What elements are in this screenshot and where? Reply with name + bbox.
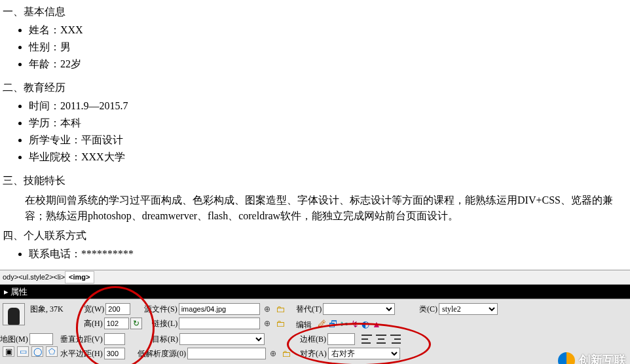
width-field: 宽(W) xyxy=(84,303,130,315)
lowsrc-input[interactable] xyxy=(187,348,266,359)
section-heading-contact: 四、个人联系方式 xyxy=(3,228,630,244)
optimize-icon[interactable]: 🗗 xyxy=(329,318,338,331)
src-field: 源文件(S) ⊕ 🗀 xyxy=(144,303,286,315)
width-label: 宽(W) xyxy=(84,303,104,315)
point-to-file-icon[interactable]: ⊕ xyxy=(261,318,273,329)
map-field: 地图(M) xyxy=(0,333,53,345)
list-item: 联系电话：********** xyxy=(29,246,630,262)
target-select[interactable] xyxy=(179,333,265,345)
image-info-label: 图象, 37K xyxy=(30,303,64,315)
vspace-label: 垂直边距(V) xyxy=(60,333,103,345)
height-input[interactable] xyxy=(104,318,129,329)
src-input[interactable] xyxy=(179,303,260,315)
vspace-field: 垂直边距(V) xyxy=(60,333,125,345)
sharpen-icon[interactable]: ▲ xyxy=(372,318,381,331)
rect-hotspot-icon[interactable]: ▭ xyxy=(17,346,29,357)
text-align-group xyxy=(361,335,401,344)
src-label: 源文件(S) xyxy=(144,303,177,315)
point-to-file-icon[interactable]: ⊕ xyxy=(261,303,273,315)
class-select[interactable]: style2 xyxy=(439,303,498,315)
align-field: 对齐(A) 右对齐 xyxy=(300,348,400,359)
watermark-logo: 创新互联 xyxy=(558,352,626,364)
resample-icon[interactable]: ↯ xyxy=(351,318,359,331)
edit-field: 编辑 🖉 🗗 ✂ ↯ ◐ ▲ xyxy=(296,318,381,331)
align-left-icon[interactable] xyxy=(361,335,372,344)
image-thumbnail[interactable] xyxy=(3,303,25,325)
section-heading-basic: 一、基本信息 xyxy=(3,4,630,20)
map-label: 地图(M) xyxy=(0,333,28,345)
edit-fireworks-icon[interactable]: 🖉 xyxy=(317,318,326,331)
alt-label: 替代(T) xyxy=(296,303,322,315)
contact-list: 联系电话：********** xyxy=(29,246,630,262)
height-field: 高(H) ↻ xyxy=(84,318,142,329)
crop-icon[interactable]: ✂ xyxy=(341,318,348,331)
tag-selector-breadcrumb[interactable]: ody><ul.style2><li><img> xyxy=(0,270,630,285)
list-item: 性别：男 xyxy=(29,39,630,55)
alt-select[interactable] xyxy=(323,303,395,315)
list-item: 时间：2011.9—2015.7 xyxy=(29,98,630,114)
list-item: 学历：本科 xyxy=(29,115,630,131)
alt-field: 替代(T) xyxy=(296,303,395,315)
align-center-icon[interactable] xyxy=(376,335,386,344)
border-field: 边框(B) xyxy=(300,333,401,345)
section-heading-education: 二、教育经历 xyxy=(3,80,630,96)
breadcrumb-selected-tag[interactable]: <img> xyxy=(65,271,94,283)
panel-title-tri: ▸ xyxy=(4,287,10,297)
class-field: 类(C) style2 xyxy=(419,303,498,315)
edit-label: 编辑 xyxy=(296,319,312,331)
properties-panel: 图象, 37K 宽(W) 高(H) ↻ 源文件(S) ⊕ 🗀 链接(L) ⊕ 🗀… xyxy=(0,299,630,364)
properties-panel-title[interactable]: ▸ 属性 xyxy=(0,285,630,299)
browse-folder-icon[interactable]: 🗀 xyxy=(274,318,286,329)
thumbnail-content xyxy=(8,308,20,325)
logo-mark-icon xyxy=(558,352,575,365)
list-item: 毕业院校：XXX大学 xyxy=(29,149,630,165)
brightness-icon[interactable]: ◐ xyxy=(361,318,369,331)
list-item: 年龄：22岁 xyxy=(29,56,630,72)
link-input[interactable] xyxy=(179,318,260,329)
pointer-tool-icon[interactable]: ▣ xyxy=(3,346,14,357)
align-right-icon[interactable] xyxy=(390,335,401,344)
hspace-field: 水平边距(H) xyxy=(60,348,125,359)
reset-size-button[interactable]: ↻ xyxy=(130,318,142,329)
link-label: 链接(L) xyxy=(152,318,177,329)
align-label: 对齐(A) xyxy=(300,348,327,359)
lowsrc-field: 低解析度源(0) ⊕ 🗀 xyxy=(138,348,292,359)
border-input[interactable] xyxy=(327,333,355,345)
panel-title-text: 属性 xyxy=(10,287,28,297)
link-field: 链接(L) ⊕ 🗀 xyxy=(152,318,286,329)
logo-text: 创新互联 xyxy=(579,352,626,364)
lowsrc-label: 低解析度源(0) xyxy=(138,348,186,359)
browse-folder-icon[interactable]: 🗀 xyxy=(280,348,292,359)
hspace-label: 水平边距(H) xyxy=(60,348,103,359)
align-select[interactable]: 右对齐 xyxy=(328,348,400,359)
target-label: 目标(R) xyxy=(152,333,178,345)
width-input[interactable] xyxy=(105,303,130,315)
point-to-file-icon[interactable]: ⊕ xyxy=(267,348,279,359)
list-item: 所学专业：平面设计 xyxy=(29,132,630,148)
document-area: 一、基本信息 姓名：XXX 性别：男 年龄：22岁 二、教育经历 时间：2011… xyxy=(0,0,630,262)
basic-info-list: 姓名：XXX 性别：男 年龄：22岁 xyxy=(29,22,630,72)
height-label: 高(H) xyxy=(84,318,103,329)
section-heading-skills: 三、技能特长 xyxy=(3,173,630,189)
browse-folder-icon[interactable]: 🗀 xyxy=(274,303,286,315)
map-input[interactable] xyxy=(29,333,53,345)
edit-toolbar: 🖉 🗗 ✂ ↯ ◐ ▲ xyxy=(317,318,381,331)
breadcrumb-path[interactable]: ody><ul.style2><li> xyxy=(3,273,65,281)
class-label: 类(C) xyxy=(419,303,437,315)
hotspot-tools: ▣ ▭ ◯ ⬠ xyxy=(3,346,58,357)
education-list: 时间：2011.9—2015.7 学历：本科 所学专业：平面设计 毕业院校：XX… xyxy=(29,98,630,165)
oval-hotspot-icon[interactable]: ◯ xyxy=(31,346,43,357)
poly-hotspot-icon[interactable]: ⬠ xyxy=(46,346,58,357)
vspace-input[interactable] xyxy=(104,333,125,345)
border-label: 边框(B) xyxy=(300,333,326,345)
list-item: 姓名：XXX xyxy=(29,22,630,38)
hspace-input[interactable] xyxy=(104,348,125,359)
target-field: 目标(R) xyxy=(152,333,265,345)
skills-paragraph: 在校期间曾系统的学习过平面构成、色彩构成、图案造型、字体设计、标志设计等方面的课… xyxy=(25,192,630,224)
